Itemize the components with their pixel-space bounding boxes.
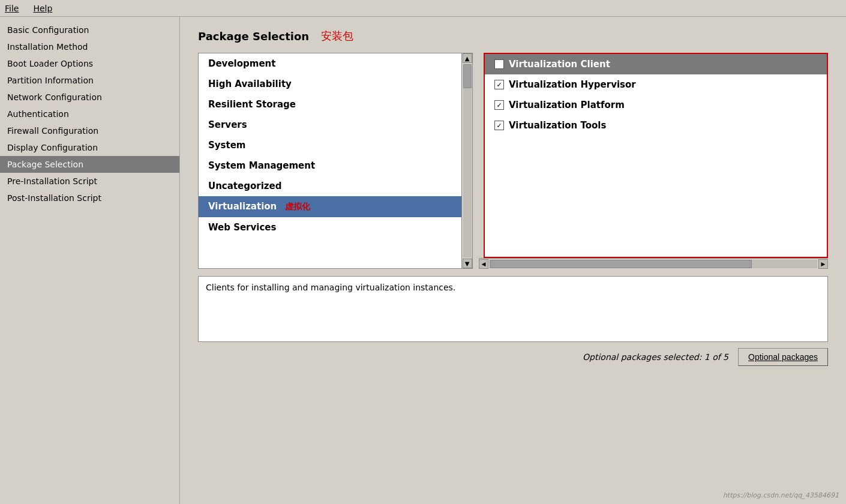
hscroll-thumb[interactable] <box>490 260 752 268</box>
subpkg-virt-tools-label: Virtualization Tools <box>509 120 606 131</box>
scroll-down-arrow[interactable]: ▼ <box>463 259 472 268</box>
menu-file[interactable]: File <box>2 2 21 14</box>
sidebar-item-pre-install[interactable]: Pre-Installation Script <box>0 173 179 190</box>
pkg-system[interactable]: System <box>199 135 461 155</box>
bottom-row: Optional packages selected: 1 of 5 Optio… <box>198 348 828 366</box>
pkg-uncategorized[interactable]: Uncategorized <box>199 176 461 196</box>
main-container: Basic Configuration Installation Method … <box>0 17 846 504</box>
hscroll-track[interactable] <box>490 260 817 268</box>
sidebar-item-network-config[interactable]: Network Configuration <box>0 89 179 106</box>
sidebar-item-firewall-config[interactable]: Firewall Configuration <box>0 122 179 139</box>
checkbox-virt-hypervisor[interactable] <box>494 80 504 89</box>
subpkg-virt-client[interactable]: Virtualization Client <box>485 54 827 74</box>
pkg-virtualization[interactable]: Virtualization 虚拟化 <box>199 196 461 217</box>
menu-help[interactable]: Help <box>31 2 55 14</box>
sidebar-item-installation-method[interactable]: Installation Method <box>0 38 179 55</box>
pkg-resilient-storage[interactable]: Resilient Storage <box>199 94 461 115</box>
pkg-virtualization-chinese: 虚拟化 <box>285 202 310 211</box>
pkg-servers[interactable]: Servers <box>199 115 461 135</box>
scroll-up-arrow[interactable]: ▲ <box>463 53 472 63</box>
checkbox-virt-client[interactable] <box>494 59 504 69</box>
page-title-chinese: 安装包 <box>321 29 353 43</box>
sidebar-item-boot-loader[interactable]: Boot Loader Options <box>0 55 179 72</box>
checkbox-virt-platform[interactable] <box>494 100 504 110</box>
sidebar-item-basic-config[interactable]: Basic Configuration <box>0 22 179 38</box>
content-area: Package Selection 安装包 Development High A… <box>180 17 846 504</box>
right-hscrollbar[interactable]: ◀ ▶ <box>479 258 828 269</box>
panels-row: Development High Availability Resilient … <box>198 53 828 269</box>
pkg-development[interactable]: Development <box>199 53 461 74</box>
description-box: Clients for installing and managing virt… <box>198 276 828 342</box>
subpkg-virt-hypervisor-label: Virtualization Hypervisor <box>509 79 636 90</box>
sidebar-item-partition-info[interactable]: Partition Information <box>0 72 179 89</box>
subpkg-virt-tools[interactable]: Virtualization Tools <box>485 115 827 136</box>
sidebar-item-authentication[interactable]: Authentication <box>0 106 179 122</box>
package-list[interactable]: Development High Availability Resilient … <box>199 53 461 268</box>
left-scrollbar[interactable]: ▲ ▼ <box>462 53 473 269</box>
optional-packages-button[interactable]: Optional packages <box>738 348 828 366</box>
checkbox-virt-tools[interactable] <box>494 121 504 130</box>
pkg-high-availability[interactable]: High Availability <box>199 74 461 94</box>
subpackage-list[interactable]: Virtualization Client Virtualization Hyp… <box>485 54 827 257</box>
subpkg-virt-platform[interactable]: Virtualization Platform <box>485 95 827 115</box>
hscroll-left-arrow[interactable]: ◀ <box>479 259 488 269</box>
page-title: Package Selection <box>198 30 309 43</box>
hscroll-right-arrow[interactable]: ▶ <box>818 259 828 269</box>
pkg-system-management[interactable]: System Management <box>199 155 461 176</box>
sidebar-item-display-config[interactable]: Display Configuration <box>0 139 179 156</box>
pkg-web-services[interactable]: Web Services <box>199 217 461 238</box>
scroll-track[interactable] <box>463 64 472 257</box>
subpkg-virt-platform-label: Virtualization Platform <box>509 100 625 110</box>
watermark: https://blog.csdn.net/qq_43584691 <box>723 491 839 499</box>
subpkg-virt-client-label: Virtualization Client <box>509 59 610 70</box>
optional-status: Optional packages selected: 1 of 5 <box>583 352 728 362</box>
sidebar-item-post-install[interactable]: Post-Installation Script <box>0 190 179 206</box>
page-title-row: Package Selection 安装包 <box>198 29 828 43</box>
sidebar-item-package-selection[interactable]: Package Selection <box>0 156 179 173</box>
subpkg-virt-hypervisor[interactable]: Virtualization Hypervisor <box>485 74 827 95</box>
scroll-thumb[interactable] <box>463 64 472 88</box>
menubar: File Help <box>0 0 846 17</box>
left-panel: Development High Availability Resilient … <box>198 53 462 269</box>
sidebar: Basic Configuration Installation Method … <box>0 17 180 504</box>
right-panel: Virtualization Client Virtualization Hyp… <box>484 53 828 258</box>
